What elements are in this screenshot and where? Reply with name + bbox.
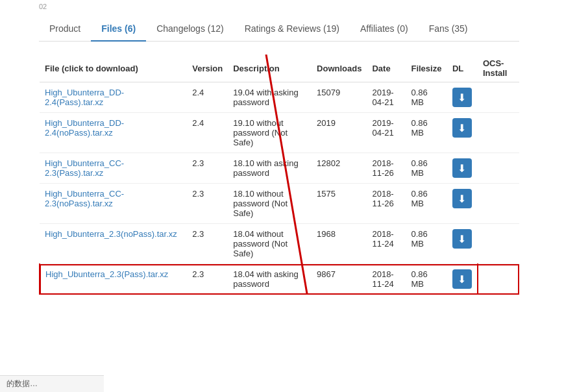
ocs-install-cell [478, 82, 519, 113]
file-description: 18.10 without password (Not Safe) [228, 184, 312, 224]
file-version: 2.3 [187, 224, 228, 264]
col-header-filesize: Filesize [406, 55, 447, 82]
col-header-version: Version [187, 55, 228, 82]
file-version: 2.4 [187, 113, 228, 153]
file-downloads: 12802 [312, 153, 367, 184]
file-version: 2.4 [187, 82, 228, 113]
file-size: 0.86 MB [406, 153, 447, 184]
download-button[interactable]: ⬇ [452, 269, 472, 289]
file-size: 0.86 MB [406, 113, 447, 153]
top-hint: 02 [39, 0, 519, 10]
download-button[interactable]: ⬇ [452, 229, 472, 249]
file-downloads: 1575 [312, 184, 367, 224]
download-button[interactable]: ⬇ [452, 88, 472, 107]
file-date: 2018-11-26 [367, 153, 406, 184]
file-description: 19.10 without password (Not Safe) [228, 113, 312, 153]
tab-ratings[interactable]: Ratings & Reviews (19) [234, 17, 350, 41]
file-date: 2018-11-24 [367, 224, 406, 264]
ocs-install-cell [478, 224, 519, 264]
file-download-link[interactable]: High_Ubunterra_DD-2.4(noPass).tar.xz [45, 118, 124, 138]
tab-files[interactable]: Files (6) [91, 17, 146, 42]
file-size: 0.86 MB [406, 224, 447, 264]
download-button[interactable]: ⬇ [452, 189, 472, 208]
file-downloads: 2019 [312, 113, 367, 153]
ocs-install-cell [478, 264, 519, 295]
file-download-link[interactable]: High_Ubunterra_CC-2.3(noPass).tar.xz [45, 189, 124, 208]
tab-product[interactable]: Product [39, 17, 91, 41]
file-version: 2.3 [187, 153, 228, 184]
col-header-downloads: Downloads [312, 55, 367, 82]
ocs-install-cell [478, 184, 519, 224]
files-table: File (click to download) Version Descrip… [39, 55, 519, 295]
file-date: 2019-04-21 [367, 113, 406, 153]
file-description: 18.04 without password (Not Safe) [228, 224, 312, 264]
file-download-link[interactable]: High_Ubunterra_CC-2.3(Pass).tar.xz [45, 158, 124, 178]
table-row: High_Ubunterra_CC-2.3(noPass).tar.xz2.31… [40, 184, 519, 224]
col-header-ocs: OCS-Install [478, 55, 519, 82]
file-date: 2018-11-26 [367, 184, 406, 224]
tab-changelogs[interactable]: Changelogs (12) [146, 17, 234, 41]
file-size: 0.86 MB [406, 264, 447, 295]
download-button[interactable]: ⬇ [452, 118, 472, 138]
file-downloads: 9867 [312, 264, 367, 295]
table-row: High_Ubunterra_2.3(noPass).tar.xz2.318.0… [40, 224, 519, 264]
file-download-link[interactable]: High_Ubunterra_DD-2.4(Pass).tar.xz [45, 88, 124, 107]
file-description: 18.04 with asking password [228, 264, 312, 295]
file-date: 2018-11-24 [367, 264, 406, 295]
file-downloads: 15079 [312, 82, 367, 113]
col-header-file: File (click to download) [40, 55, 187, 82]
table-row: High_Ubunterra_DD-2.4(Pass).tar.xz2.419.… [40, 82, 519, 113]
tabs-nav: Product Files (6) Changelogs (12) Rating… [39, 10, 519, 42]
file-description: 18.10 with asking password [228, 153, 312, 184]
file-date: 2019-04-21 [367, 82, 406, 113]
col-header-date: Date [367, 55, 406, 82]
table-row: High_Ubunterra_DD-2.4(noPass).tar.xz2.41… [40, 113, 519, 153]
tab-fans[interactable]: Fans (35) [419, 17, 478, 41]
col-header-description: Description [228, 55, 312, 82]
tab-affiliates[interactable]: Affiliates (0) [350, 17, 419, 41]
file-download-link[interactable]: High_Ubunterra_2.3(Pass).tar.xz [45, 269, 168, 279]
ocs-install-cell [478, 153, 519, 184]
file-download-link[interactable]: High_Ubunterra_2.3(noPass).tar.xz [45, 229, 177, 239]
file-version: 2.3 [187, 264, 228, 295]
file-version: 2.3 [187, 184, 228, 224]
file-size: 0.86 MB [406, 82, 447, 113]
download-button[interactable]: ⬇ [452, 158, 472, 178]
col-header-dl: DL [447, 55, 478, 82]
ocs-install-cell [478, 113, 519, 153]
table-row: High_Ubunterra_CC-2.3(Pass).tar.xz2.318.… [40, 153, 519, 184]
file-description: 19.04 with asking password [228, 82, 312, 113]
table-row: High_Ubunterra_2.3(Pass).tar.xz2.318.04 … [40, 264, 519, 295]
file-downloads: 1968 [312, 224, 367, 264]
file-size: 0.86 MB [406, 184, 447, 224]
